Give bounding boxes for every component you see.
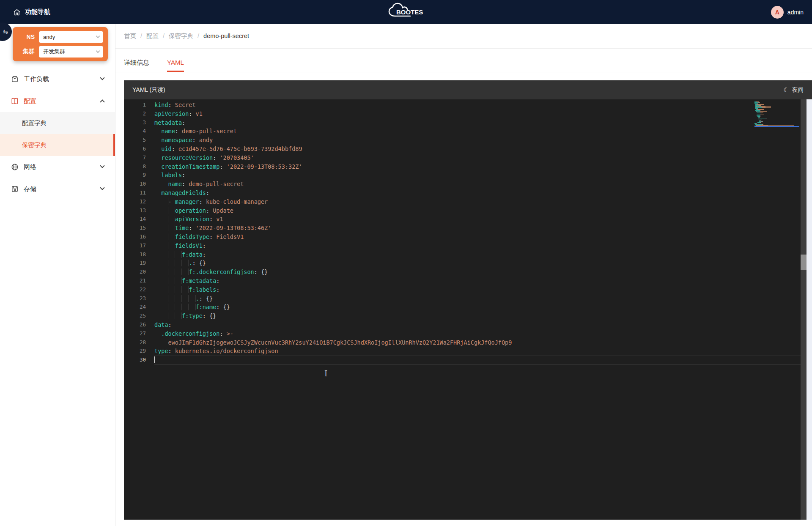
code-lines: 1kind: Secret2apiVersion: v13metadata:4 … (124, 99, 812, 364)
code-token: : (209, 233, 216, 240)
chevron-up-icon (100, 99, 104, 104)
user-avatar: A (771, 6, 784, 19)
code-area[interactable]: 1kind: Secret2apiVersion: v13metadata:4 … (124, 99, 812, 520)
line-content: f:name: {} (154, 303, 230, 312)
code-token (154, 286, 189, 293)
minimap[interactable] (754, 101, 799, 127)
line-number: 14 (124, 215, 146, 224)
swap-arrows-icon: ⇆ (3, 28, 8, 35)
sidebar-item-label: 配置 (24, 97, 36, 105)
code-token: : {} (199, 295, 213, 302)
tab-bar: 详细信息YAML (124, 55, 184, 72)
code-line: 11 managedFields: (124, 189, 812, 197)
line-content: apiVersion: v1 (154, 110, 203, 118)
code-token: : (182, 181, 189, 187)
code-token: operation (175, 207, 206, 214)
code-token (154, 339, 168, 346)
ns-label: NS (20, 33, 35, 40)
sidebar-item-secret[interactable]: 保密字典 (0, 134, 115, 156)
line-number: 19 (124, 259, 146, 268)
cluster-select[interactable]: 开发集群 (39, 46, 103, 58)
line-content: name: demo-pull-secret (154, 127, 237, 136)
code-line: 6 uid: ec1d457e-5d76-475c-b693-7392d4bbf… (124, 145, 812, 153)
divider (115, 48, 812, 49)
storage-icon (11, 185, 19, 193)
sidebar-item-workload[interactable]: 工作负载 (0, 68, 115, 90)
page-scrollbar[interactable] (807, 99, 812, 520)
tab-yaml[interactable]: YAML (167, 55, 184, 72)
code-line: 17 fieldsV1: (124, 241, 812, 250)
code-token: type (154, 348, 168, 354)
breadcrumb-item[interactable]: 保密字典 (169, 32, 193, 40)
breadcrumb-item: demo-pull-secret (203, 33, 249, 39)
line-content: resourceVersion: '20703405' (154, 153, 254, 162)
code-token: andy (199, 137, 213, 143)
sidebar-item-storage[interactable]: 存储 (0, 178, 115, 200)
line-number: 2 (124, 110, 146, 118)
line-number: 15 (124, 224, 146, 233)
code-token (154, 268, 189, 275)
code-token (154, 225, 175, 231)
line-content: f:data: (154, 250, 206, 259)
line-content: .: {} (154, 294, 213, 303)
code-token: : (216, 277, 219, 284)
line-content: data: (154, 321, 172, 329)
code-line: 3metadata: (124, 118, 812, 127)
editor-scrollbar-thumb[interactable] (801, 255, 807, 270)
nav-home-button[interactable]: 功能导航 (13, 8, 50, 16)
breadcrumb-item[interactable]: 配置 (146, 32, 159, 40)
code-line: 24 f:name: {} (124, 303, 812, 312)
editor-scrollbar-track[interactable] (801, 99, 807, 520)
code-token (154, 207, 175, 214)
code-line: 30 (124, 356, 812, 364)
code-line: 29type: kubernetes.io/dockerconfigjson (124, 347, 812, 356)
config-book-icon (11, 97, 19, 105)
network-globe-icon (11, 163, 19, 171)
ns-select[interactable]: andy (39, 31, 103, 43)
sidebar-item-network[interactable]: 网络 (0, 156, 115, 178)
minimap-token (761, 121, 763, 122)
code-line: 20 f:.dockerconfigjson: {} (124, 268, 812, 277)
sidebar-item-config[interactable]: 配置 (0, 90, 115, 112)
breadcrumb-separator: / (198, 33, 199, 39)
code-token: resourceVersion (161, 154, 213, 161)
breadcrumb-item[interactable]: 首页 (124, 32, 136, 40)
line-content: time: '2022-09-13T08:53:46Z' (154, 224, 271, 233)
code-token: namespace (161, 137, 192, 143)
line-number: 1 (124, 101, 146, 110)
code-token (154, 145, 161, 152)
cluster-label: 集群 (20, 48, 35, 55)
code-line: 21 f:metadata: (124, 277, 812, 285)
code-token: name (161, 128, 175, 134)
tab-details[interactable]: 详细信息 (124, 55, 149, 72)
yaml-editor: YAML (只读) ☾ 夜间 1kind: Secret2apiVersion:… (124, 80, 812, 520)
line-number: 12 (124, 197, 146, 206)
line-content (154, 356, 155, 364)
code-token: : (192, 137, 199, 143)
code-token: f:type (182, 312, 203, 319)
code-token: : (206, 207, 213, 214)
code-line: 15 time: '2022-09-13T08:53:46Z' (124, 224, 812, 233)
text-cursor (154, 356, 155, 363)
main-content: 首页/配置/保密字典/demo-pull-secret 详细信息YAML YAM… (115, 24, 812, 526)
code-token: : (219, 330, 226, 337)
code-line: 26data: (124, 321, 812, 329)
home-icon (13, 8, 21, 16)
code-token: : (219, 163, 226, 170)
namespace-cluster-panel: NS andy 集群 开发集群 (13, 27, 108, 61)
line-content: metadata: (154, 118, 185, 127)
sidebar-item-configmap[interactable]: 配置字典 (0, 112, 115, 134)
code-token: : {} (254, 268, 268, 275)
user-menu[interactable]: A admin (771, 0, 804, 24)
top-navbar: 功能导航 BOOTES A admin (0, 0, 812, 24)
night-mode-toggle[interactable]: ☾ 夜间 (784, 86, 804, 94)
code-token (154, 172, 161, 178)
code-token: data (154, 321, 168, 328)
minimap-token (761, 115, 764, 115)
code-token: v1 (216, 216, 223, 222)
line-content: name: demo-pull-secret (154, 180, 244, 189)
code-token: f:metadata (182, 277, 216, 284)
code-line: 2apiVersion: v1 (124, 110, 812, 118)
line-number: 11 (124, 189, 146, 197)
code-token (154, 198, 168, 205)
